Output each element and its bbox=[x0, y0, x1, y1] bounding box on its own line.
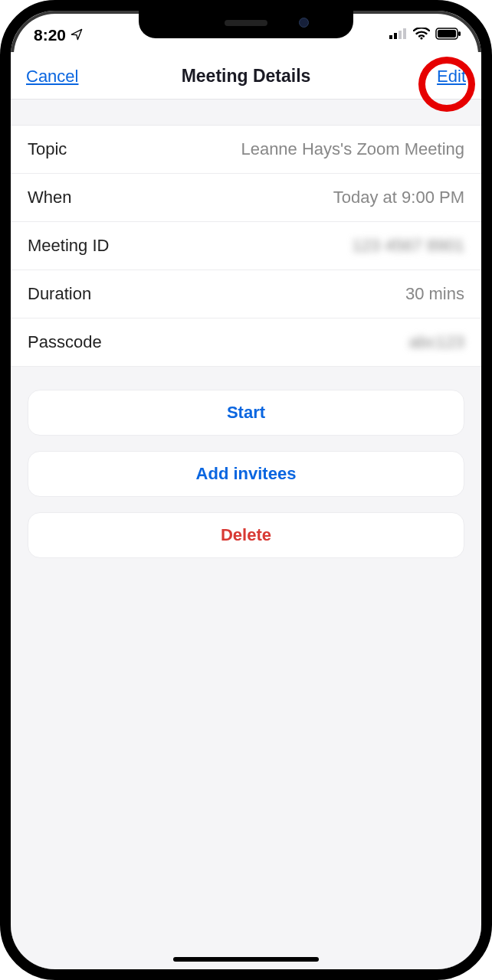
page-title: Meeting Details bbox=[87, 66, 405, 87]
cancel-button[interactable]: Cancel bbox=[26, 67, 87, 87]
home-indicator[interactable] bbox=[173, 957, 319, 962]
meeting-details-list: Topic Leanne Hays's Zoom Meeting When To… bbox=[11, 126, 481, 367]
add-invitees-button[interactable]: Add invitees bbox=[28, 451, 464, 497]
phone-frame: 8:20 bbox=[0, 0, 492, 980]
front-camera bbox=[299, 18, 309, 28]
passcode-value: abc123 bbox=[409, 332, 464, 352]
row-meeting-id: Meeting ID 123 4567 8901 bbox=[11, 222, 481, 270]
svg-rect-6 bbox=[438, 30, 456, 38]
location-arrow-icon bbox=[71, 26, 83, 44]
cellular-signal-icon bbox=[389, 28, 408, 42]
svg-rect-7 bbox=[458, 31, 461, 36]
svg-rect-0 bbox=[389, 35, 392, 39]
passcode-label: Passcode bbox=[28, 332, 102, 352]
meeting-id-value: 123 4567 8901 bbox=[352, 236, 464, 256]
row-topic: Topic Leanne Hays's Zoom Meeting bbox=[11, 126, 481, 174]
navigation-bar: Cancel Meeting Details Edit bbox=[11, 52, 481, 100]
svg-rect-1 bbox=[394, 33, 397, 39]
edit-button[interactable]: Edit bbox=[405, 67, 466, 87]
when-label: When bbox=[28, 188, 71, 207]
device-notch bbox=[139, 11, 353, 38]
meeting-id-label: Meeting ID bbox=[28, 236, 109, 256]
duration-value: 30 mins bbox=[405, 284, 464, 304]
topic-value: Leanne Hays's Zoom Meeting bbox=[241, 139, 464, 159]
content-fill bbox=[11, 573, 481, 969]
wifi-icon bbox=[413, 28, 430, 43]
battery-icon bbox=[435, 28, 461, 43]
svg-rect-3 bbox=[403, 28, 406, 39]
actions-section: Start Add invitees Delete bbox=[11, 367, 481, 573]
section-gap bbox=[11, 100, 481, 126]
speaker-slot bbox=[225, 20, 267, 26]
svg-point-4 bbox=[420, 37, 422, 39]
row-when: When Today at 9:00 PM bbox=[11, 174, 481, 222]
row-duration: Duration 30 mins bbox=[11, 270, 481, 318]
svg-rect-2 bbox=[399, 31, 402, 39]
when-value: Today at 9:00 PM bbox=[333, 188, 464, 207]
start-button[interactable]: Start bbox=[28, 390, 464, 436]
delete-button[interactable]: Delete bbox=[28, 512, 464, 558]
duration-label: Duration bbox=[28, 284, 91, 304]
status-time: 8:20 bbox=[34, 26, 66, 44]
topic-label: Topic bbox=[28, 139, 67, 159]
row-passcode: Passcode abc123 bbox=[11, 318, 481, 367]
